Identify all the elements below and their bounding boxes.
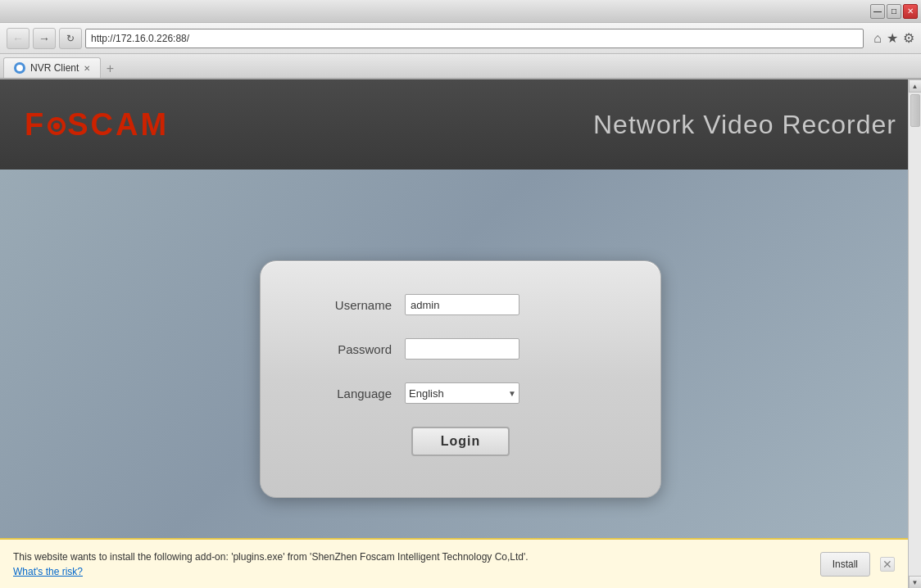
notification-risk-link[interactable]: What's the risk? xyxy=(13,566,83,577)
refresh-button[interactable]: ↻ xyxy=(59,28,82,49)
page-content: F SCAM Network Video Recorder Username P… xyxy=(0,79,921,588)
scroll-thumb[interactable] xyxy=(910,94,920,127)
svg-point-0 xyxy=(16,65,23,71)
notification-message: This website wants to install the follow… xyxy=(13,551,529,563)
username-label: Username xyxy=(310,298,392,312)
language-select-wrapper: English Chinese French German Spanish ▼ xyxy=(405,382,519,404)
nav-bar: ← → ↻ ⌂ ★ ⚙ xyxy=(0,23,921,54)
language-label: Language xyxy=(310,387,392,400)
login-btn-row: Login xyxy=(310,427,611,456)
active-tab[interactable]: NVR Client ✕ xyxy=(3,57,101,78)
logo: F SCAM xyxy=(25,107,169,142)
new-tab-button[interactable]: + xyxy=(101,60,119,78)
close-button[interactable]: ✕ xyxy=(903,4,918,19)
tab-label: NVR Client xyxy=(30,62,79,74)
username-input[interactable] xyxy=(405,294,519,315)
nav-right-icons: ⌂ ★ ⚙ xyxy=(873,30,914,46)
language-select[interactable]: English Chinese French German Spanish xyxy=(405,382,519,404)
back-button[interactable]: ← xyxy=(7,28,29,49)
settings-icon[interactable]: ⚙ xyxy=(903,30,914,46)
language-row: Language English Chinese French German S… xyxy=(310,382,611,404)
notification-bar: This website wants to install the follow… xyxy=(0,538,908,588)
minimize-button[interactable]: — xyxy=(870,4,885,19)
maximize-button[interactable]: □ xyxy=(887,4,901,19)
username-row: Username xyxy=(310,294,611,315)
app-title: Network Video Recorder xyxy=(593,110,896,140)
scroll-up-arrow[interactable]: ▲ xyxy=(909,79,922,93)
scroll-down-arrow[interactable]: ▼ xyxy=(909,576,922,588)
forward-button[interactable]: → xyxy=(33,28,56,49)
address-input[interactable] xyxy=(85,29,864,48)
notification-text: This website wants to install the follow… xyxy=(13,550,810,579)
install-button[interactable]: Install xyxy=(820,552,870,577)
password-row: Password xyxy=(310,338,611,360)
password-label: Password xyxy=(310,342,392,356)
tab-bar: NVR Client ✕ + xyxy=(0,54,921,79)
favorites-icon[interactable]: ★ xyxy=(887,30,898,46)
browser-chrome: — □ ✕ ← → ↻ ⌂ ★ ⚙ NVR Client ✕ + xyxy=(0,0,921,79)
notification-close-button[interactable]: ✕ xyxy=(880,557,895,572)
logo-s: SCAM xyxy=(67,107,169,142)
title-bar-buttons: — □ ✕ xyxy=(870,4,918,19)
app-header: F SCAM Network Video Recorder xyxy=(0,79,921,170)
logo-f: F xyxy=(25,107,46,142)
scroll-track xyxy=(909,93,921,576)
scrollbar: ▲ ▼ xyxy=(908,79,921,588)
login-button[interactable]: Login xyxy=(411,427,510,456)
tab-favicon xyxy=(14,62,25,74)
tab-close-icon[interactable]: ✕ xyxy=(84,64,90,73)
home-icon[interactable]: ⌂ xyxy=(873,31,882,46)
login-card: Username Password Language English Chine… xyxy=(260,260,661,498)
password-input[interactable] xyxy=(405,338,519,360)
main-area: Username Password Language English Chine… xyxy=(0,170,921,588)
title-bar: — □ ✕ xyxy=(0,0,921,23)
